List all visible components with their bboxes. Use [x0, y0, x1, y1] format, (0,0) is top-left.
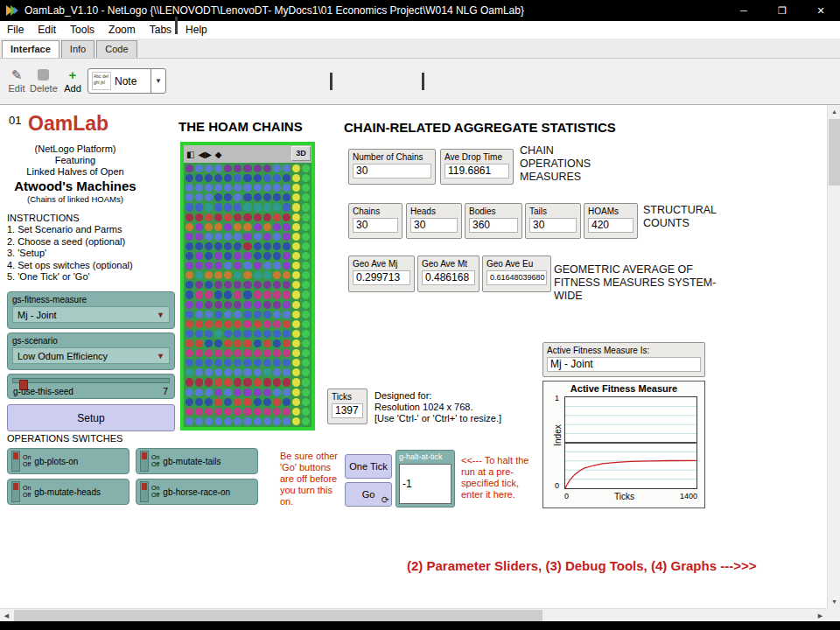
world-agent-dot — [186, 368, 193, 376]
footer-note: (2) Parameter Sliders, (3) Debug Tools, … — [407, 558, 756, 573]
world-agent-dot — [205, 262, 213, 270]
scroll-up-arrow[interactable]: ▲ — [828, 105, 840, 118]
monitor-ticks: Ticks 1397 — [327, 388, 368, 424]
world-agent-dot — [273, 311, 281, 318]
world-agent-dot — [263, 340, 271, 347]
menu-tools[interactable]: Tools — [63, 22, 102, 38]
diamond-icon[interactable]: ◆ — [215, 150, 222, 159]
monitor-geo-ave-mt: Geo Ave Mt 0.486168 — [417, 256, 480, 292]
world-agent-dot — [254, 311, 262, 318]
menu-edit[interactable]: Edit — [31, 22, 63, 38]
world-agent-dot — [205, 398, 213, 406]
slider-g-use-this-seed[interactable]: g-use-this-seed 7 — [7, 374, 175, 399]
world-agent-dot — [292, 311, 300, 318]
world-agent-dot — [234, 301, 242, 309]
switch-handle[interactable] — [13, 452, 18, 459]
switch-gb-plots-on[interactable]: OnOff gb-plots-on — [7, 448, 130, 474]
world-agent-dot — [205, 271, 213, 279]
tab-info[interactable]: Info — [61, 40, 94, 58]
world-agent-dot — [273, 174, 281, 182]
world-agent-dot — [224, 359, 232, 367]
world-agent-dot — [186, 388, 193, 396]
switch-gb-horse-race-on[interactable]: OnOff gb-horse-race-on — [136, 479, 258, 505]
maximize-button[interactable]: ❐ — [763, 0, 802, 21]
scroll-right-arrow[interactable]: ▶ — [814, 609, 827, 622]
vertical-scrollbar[interactable]: ▲ ▼ — [827, 105, 840, 608]
switch-handle[interactable] — [142, 452, 147, 459]
world-agent-dot — [234, 320, 242, 328]
world-agent-dot — [263, 281, 271, 289]
switch-handle[interactable] — [142, 483, 147, 490]
minimize-button[interactable]: ─ — [724, 0, 763, 21]
world-agent-dot — [302, 290, 310, 298]
world-dot-grid — [184, 163, 312, 427]
world-agent-dot — [292, 281, 300, 289]
edit-widget-button[interactable]: ✎ Edit — [4, 67, 30, 94]
world-agent-dot — [186, 193, 193, 201]
horizontal-scrollbar[interactable]: ◀ ▶ — [0, 608, 827, 621]
world-agent-dot — [214, 349, 222, 357]
world-agent-dot — [292, 340, 300, 347]
close-button[interactable]: ✕ — [802, 0, 840, 21]
world-agent-dot — [214, 164, 222, 172]
arrows-horizontal-icon[interactable]: ◀▶ — [198, 150, 211, 159]
switch-toggle[interactable] — [140, 481, 149, 502]
world-agent-dot — [205, 340, 213, 347]
switch-toggle[interactable] — [11, 451, 20, 472]
switch-toggle[interactable] — [140, 451, 149, 472]
vertical-scroll-thumb[interactable] — [829, 119, 840, 186]
world-agent-dot — [243, 262, 251, 270]
world-agent-dot — [214, 203, 222, 211]
world-agent-dot — [263, 252, 271, 260]
one-tick-button[interactable]: One Tick — [345, 454, 392, 479]
scroll-left-arrow[interactable]: ◀ — [0, 609, 13, 622]
setup-button[interactable]: Setup — [7, 404, 175, 431]
world-agent-dot — [283, 359, 290, 367]
tab-interface[interactable]: Interface — [2, 40, 60, 58]
world-agent-dot — [243, 290, 251, 298]
tab-code[interactable]: Code — [96, 40, 136, 58]
halt-at-tick-field[interactable] — [399, 464, 452, 504]
horizontal-scroll-thumb[interactable] — [14, 610, 542, 621]
world-agent-dot — [263, 417, 271, 425]
world-agent-dot — [302, 193, 310, 201]
menu-help[interactable]: Help — [178, 22, 214, 38]
world-agent-dot — [195, 174, 203, 182]
delete-icon — [38, 69, 49, 80]
widget-type-dropdown[interactable]: Abc def ghi jkl Note ▼ — [88, 68, 166, 94]
world-agent-dot — [214, 398, 222, 406]
menu-file[interactable]: File — [0, 22, 31, 38]
menu-tabs[interactable]: Tabs — [143, 22, 178, 38]
world-agent-dot — [224, 417, 232, 425]
monitor-number-of-chains: Number of Chains 30 — [348, 149, 436, 185]
scroll-down-arrow[interactable]: ▼ — [828, 595, 840, 608]
switch-handle[interactable] — [13, 483, 18, 490]
world-agent-dot — [205, 359, 213, 367]
world-agent-dot — [292, 330, 300, 338]
add-widget-button[interactable]: + Add — [60, 67, 86, 94]
shade-square-icon[interactable]: ◧ — [186, 150, 194, 159]
world-view[interactable]: ◧ ◀▶ ◆ 3D — [180, 142, 315, 430]
switch-gb-mutate-tails[interactable]: OnOff gb-mutate-tails — [136, 448, 258, 474]
chooser-gs-scenario[interactable]: gs-scenario Low Odum Efficiency ▼ — [7, 332, 175, 370]
monitor-bodies: Bodies 360 — [465, 203, 522, 239]
world-agent-dot — [283, 340, 290, 347]
go-button[interactable]: Go ⟳ — [345, 482, 392, 507]
world-agent-dot — [273, 388, 281, 396]
view-3d-button[interactable]: 3D — [291, 146, 311, 161]
world-agent-dot — [283, 174, 290, 182]
world-agent-dot — [224, 378, 232, 386]
world-agent-dot — [195, 164, 203, 172]
slider-track[interactable] — [12, 378, 170, 383]
switch-gb-mutate-heads[interactable]: OnOff gb-mutate-heads — [7, 479, 130, 505]
world-agent-dot — [254, 359, 262, 367]
delete-widget-button[interactable]: Delete — [30, 67, 56, 94]
menu-zoom[interactable]: Zoom — [102, 22, 143, 38]
switch-toggle[interactable] — [11, 481, 20, 502]
interface-canvas: 01 OamLab (NetLogo Platform) Featuring L… — [0, 105, 827, 608]
world-agent-dot — [205, 301, 213, 309]
world-agent-dot — [234, 330, 242, 338]
world-agent-dot — [234, 378, 242, 386]
chooser-gs-fitness-measure[interactable]: gs-fitness-measure Mj - Joint ▼ — [7, 291, 175, 329]
input-g-halt-at-tick[interactable]: g-halt-at-tick — [396, 450, 455, 508]
